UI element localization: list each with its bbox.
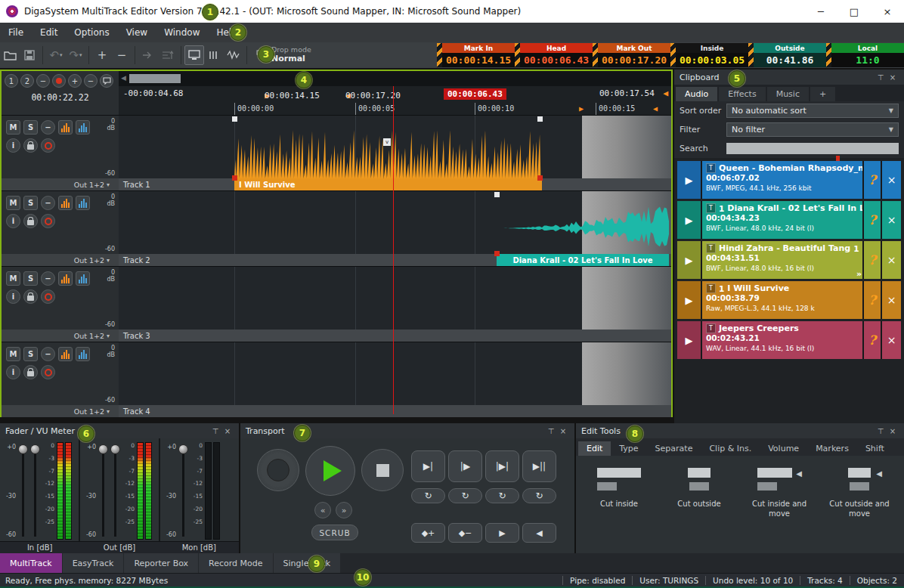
cut-outside-button[interactable]: Cut outside (661, 462, 738, 547)
collapse-track-button[interactable]: − (41, 120, 55, 135)
record-arm-button[interactable] (41, 138, 55, 153)
track-2-waveform[interactable] (497, 200, 669, 254)
close-icon[interactable]: × (887, 427, 899, 435)
fader-knob[interactable] (98, 444, 108, 454)
play-pause-button[interactable]: ▶|| (522, 450, 556, 482)
clip-handle-icon[interactable] (537, 116, 543, 122)
play-to-mark-button[interactable]: ▶| (411, 450, 445, 482)
timeline-scrollbar[interactable]: ◀ (119, 71, 671, 86)
clipboard-item[interactable]: ▶ T1Diana Krall - 02 Let's Fall In Lo 00… (677, 201, 901, 239)
info-button[interactable]: i (6, 138, 20, 153)
track-1-lane[interactable]: v Track 1 I Will Survive (119, 116, 671, 190)
record-arm-button[interactable] (41, 365, 55, 379)
scroll-left-icon[interactable]: ◀ (121, 74, 126, 82)
timeline-ruler[interactable]: 00:00:00 00:00:05 00:00:10 00:00:15 ▶ ◀ (119, 103, 671, 115)
cut-outside-move-button[interactable]: ◀ Cut outside and move (821, 462, 898, 547)
solo-button[interactable]: S (23, 196, 38, 210)
filter-select[interactable]: No filter▼ (726, 122, 899, 137)
tab-shift[interactable]: Shift (857, 441, 893, 456)
undo-button[interactable]: ↶▾ (46, 45, 66, 65)
track-layout-1-button[interactable]: 1 (5, 74, 18, 88)
zoom-in-button[interactable]: + (68, 74, 82, 88)
clipboard-item[interactable]: ▶ TQueen - Bohemian Rhapsody_mp 00:06:07… (677, 161, 901, 199)
nudge-back-button[interactable]: « (314, 502, 331, 518)
item-remove-button[interactable]: × (881, 281, 901, 319)
fader-knob[interactable] (110, 444, 120, 454)
pin-icon[interactable]: ⊤ (209, 427, 221, 435)
pin-icon[interactable]: ⊤ (875, 73, 887, 82)
meter-orange-button[interactable] (58, 196, 73, 210)
clipboard-item[interactable]: ▶ T1I Will Survive 00:00:38.79 Raw, MPEG… (677, 281, 901, 319)
add-icon[interactable]: + (92, 45, 112, 65)
clip-edge-marker-icon[interactable] (537, 175, 543, 181)
lock-button[interactable] (23, 138, 38, 153)
info-button[interactable]: i (6, 289, 20, 304)
item-body[interactable]: TQueen - Bohemian Rhapsody_mp 00:06:07.0… (702, 161, 862, 199)
scrub-button[interactable]: SCRUB (311, 525, 358, 540)
play-item-button[interactable]: ▶ (677, 201, 702, 239)
monitor-toggle-icon[interactable] (184, 45, 204, 65)
meter-orange-button[interactable] (58, 120, 73, 135)
tab-markers[interactable]: Markers (807, 441, 857, 456)
fader-slider[interactable] (110, 442, 121, 540)
collapse-tracks-button[interactable]: − (36, 74, 50, 88)
tab-record-mode[interactable]: Record Mode (199, 553, 272, 573)
tab-singletrack[interactable]: SingleTrack (274, 553, 341, 573)
clipboard-item[interactable]: ▶ TJeepers Creepers 00:02:43.21 WAV, Lin… (677, 321, 901, 359)
minimize-button[interactable]: ─ (804, 0, 837, 23)
playhead-cursor[interactable] (393, 86, 394, 414)
item-info-icon[interactable]: ? (862, 201, 881, 239)
fader-knob[interactable] (30, 444, 40, 454)
output-select[interactable]: Out 1+2▾ (2, 405, 119, 417)
fader-slider[interactable] (98, 442, 109, 540)
lock-button[interactable] (23, 289, 38, 304)
play-item-button[interactable]: ▶ (677, 161, 702, 199)
item-body[interactable]: T1Diana Krall - 02 Let's Fall In Lo 00:0… (702, 201, 862, 239)
menu-edit[interactable]: Edit (32, 27, 66, 38)
meter-blue-button[interactable] (76, 196, 90, 210)
item-remove-button[interactable]: × (881, 321, 901, 359)
fader-slider[interactable] (30, 442, 41, 540)
next-marker-button[interactable]: ▶ (485, 523, 519, 543)
track-2-lane[interactable]: Track 2 Diana Krall - 02 Let's Fall In L… (119, 191, 671, 266)
clip-handle-icon[interactable] (232, 116, 237, 122)
mute-button[interactable]: M (6, 196, 20, 210)
output-select[interactable]: Out 1+2▾ (2, 254, 119, 266)
mute-button[interactable]: M (6, 271, 20, 286)
tab-music[interactable]: Music (767, 87, 809, 101)
tab-clip-ins[interactable]: Clip & Ins. (701, 441, 760, 456)
solo-button[interactable]: S (23, 120, 38, 135)
volume-point-icon[interactable]: v (383, 138, 391, 146)
meter-blue-button[interactable] (76, 347, 90, 361)
tab-volume[interactable]: Volume (760, 441, 807, 456)
remove-icon[interactable]: − (112, 45, 132, 65)
lock-button[interactable] (23, 365, 38, 379)
comment-bubble-button[interactable] (100, 74, 113, 88)
tab-multitrack[interactable]: MultiTrack (0, 553, 62, 573)
tab-audio[interactable]: Audio (676, 87, 717, 101)
play-item-button[interactable]: ▶ (677, 241, 702, 279)
tab-type[interactable]: Type (611, 441, 646, 456)
menu-window[interactable]: Window (156, 27, 208, 38)
collapse-track-button[interactable]: − (41, 196, 55, 210)
loop-button[interactable]: ↻ (411, 488, 445, 503)
redo-button[interactable]: ↷▾ (66, 45, 85, 65)
item-remove-button[interactable]: × (881, 161, 901, 199)
item-info-icon[interactable]: ? (862, 161, 881, 199)
info-button[interactable]: i (6, 365, 20, 379)
loop-button[interactable]: ↻ (485, 488, 519, 503)
play-item-button[interactable]: ▶ (677, 281, 702, 319)
mute-button[interactable]: M (6, 347, 20, 361)
play-from-mark-button[interactable]: |▶ (448, 450, 482, 482)
solo-button[interactable]: S (23, 271, 38, 286)
menu-file[interactable]: File (0, 27, 32, 38)
item-body[interactable]: T1I Will Survive 00:00:38.79 Raw, MPEG-L… (702, 281, 862, 319)
play-button[interactable] (305, 446, 355, 496)
tab-reporter-box[interactable]: Reporter Box (124, 553, 198, 573)
fader-knob[interactable] (18, 444, 28, 454)
record-button[interactable] (257, 449, 299, 491)
previous-marker-button[interactable]: ◀ (522, 523, 556, 543)
item-remove-button[interactable]: × (881, 241, 901, 279)
record-arm-button[interactable] (41, 289, 55, 304)
tab-edit[interactable]: Edit (578, 441, 611, 456)
